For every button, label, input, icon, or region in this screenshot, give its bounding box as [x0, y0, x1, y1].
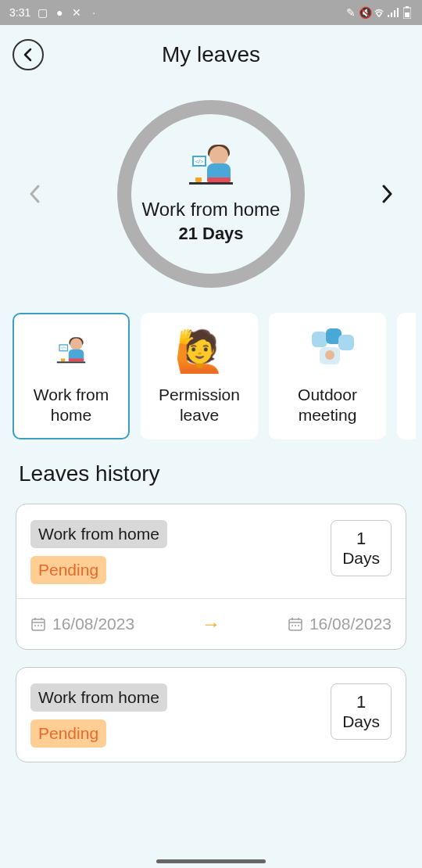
raised-hand-icon: 🙋: [174, 327, 224, 377]
svg-rect-1: [391, 13, 392, 17]
nav-bar-indicator: [156, 859, 266, 863]
days-count: 1: [342, 529, 380, 549]
back-button[interactable]: [13, 39, 44, 70]
page-title: My leaves: [162, 42, 260, 67]
status-bar: 3:31 ▢ ● ✕ · ✎ 🔇: [0, 0, 422, 25]
signal-icon: [388, 7, 399, 18]
history-section-title: Leaves history: [0, 455, 422, 496]
category-work-from-home[interactable]: </> Work from home: [13, 313, 130, 439]
svg-rect-6: [405, 13, 409, 17]
days-count: 1: [342, 692, 380, 712]
mute-icon: 🔇: [359, 7, 370, 18]
calendar-icon: [288, 616, 303, 632]
svg-point-12: [38, 625, 39, 626]
dot-icon: ·: [88, 7, 99, 18]
carousel-next-button[interactable]: [375, 182, 399, 206]
pencil-icon: ✎: [345, 7, 356, 18]
leave-type-chip: Work from home: [30, 520, 167, 548]
chevron-left-icon: [21, 48, 35, 62]
svg-rect-5: [406, 6, 409, 8]
svg-rect-3: [397, 8, 399, 17]
calendar-icon: [30, 616, 46, 632]
battery-icon: [402, 7, 413, 18]
arrow-right-icon: →: [202, 613, 220, 635]
wifi-icon: [374, 7, 384, 18]
leave-type-chip: Work from home: [30, 683, 167, 712]
work-from-home-icon: </>: [184, 144, 238, 191]
days-box: 1 Days: [331, 683, 392, 740]
image-icon: ▢: [37, 7, 48, 18]
category-label: Outdoor meeting: [278, 385, 377, 426]
svg-point-20: [298, 625, 299, 626]
carousel-prev-button[interactable]: [23, 182, 47, 206]
svg-point-13: [41, 625, 42, 626]
page-header: My leaves: [0, 25, 422, 77]
from-date: 16/08/2023: [30, 615, 134, 633]
category-outdoor-meeting[interactable]: Outdoor meeting: [269, 313, 386, 439]
bulb-icon: ●: [54, 7, 65, 18]
status-chip: Pending: [30, 719, 106, 748]
ring-days: 21 Days: [178, 224, 243, 244]
days-label: Days: [342, 712, 380, 731]
history-card[interactable]: Work from home Pending 1 Days: [16, 667, 406, 762]
days-label: Days: [342, 549, 380, 568]
svg-rect-0: [388, 15, 389, 17]
leave-carousel: </> Work from home 21 Days: [0, 77, 422, 303]
category-label: Work from home: [23, 385, 119, 426]
history-card[interactable]: Work from home Pending 1 Days 16/08/2023…: [16, 504, 406, 650]
tools-icon: ✕: [71, 7, 82, 18]
category-partial[interactable]: [397, 313, 416, 439]
svg-point-18: [291, 625, 293, 626]
status-chip: Pending: [30, 556, 106, 584]
leave-summary-ring: </> Work from home 21 Days: [117, 100, 305, 288]
ring-title: Work from home: [142, 197, 281, 221]
days-box: 1 Days: [331, 520, 392, 576]
svg-point-19: [295, 625, 296, 626]
status-time: 3:31: [9, 6, 30, 19]
work-from-home-icon: </>: [46, 327, 96, 377]
svg-point-11: [34, 625, 36, 626]
meeting-icon: [302, 327, 352, 377]
chevron-left-icon: [27, 183, 43, 205]
category-label: Permission leave: [150, 385, 249, 426]
leave-categories: </> Work from home 🙋 Permission leave Ou…: [0, 303, 422, 455]
to-date: 16/08/2023: [288, 615, 392, 633]
chevron-right-icon: [379, 183, 395, 205]
category-permission-leave[interactable]: 🙋 Permission leave: [141, 313, 258, 439]
svg-rect-2: [394, 10, 395, 17]
